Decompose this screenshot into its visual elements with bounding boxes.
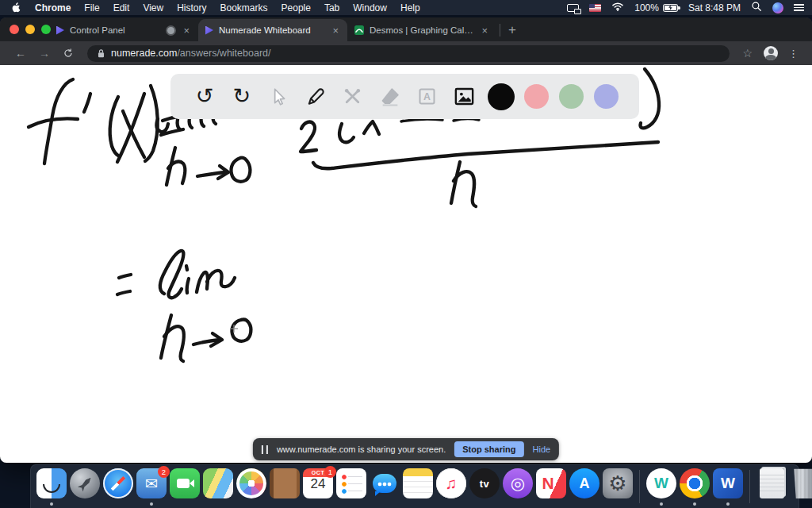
siri-icon[interactable]	[772, 2, 783, 13]
tab-desmos[interactable]: Desmos | Graphing Calculator ×	[347, 19, 496, 41]
dock-item-news[interactable]: N	[535, 468, 567, 505]
appstore-app-icon: A	[569, 468, 599, 498]
tab-close-icon[interactable]: ×	[331, 25, 340, 37]
tab-numerade-whiteboard[interactable]: Numerade Whiteboard ×	[198, 19, 347, 41]
text-tool-glyph: A	[423, 91, 431, 102]
color-swatch-green[interactable]	[559, 84, 584, 109]
battery-status[interactable]: 100%	[634, 2, 678, 13]
menu-item-bookmarks[interactable]: Bookmarks	[220, 2, 268, 13]
screen-mirroring-icon[interactable]	[567, 4, 579, 12]
running-indicator	[693, 502, 696, 506]
dock-item-messages[interactable]	[369, 468, 400, 505]
stop-sharing-button[interactable]: Stop sharing	[454, 441, 523, 457]
messages-app-icon	[370, 468, 400, 498]
dock-item-contacts[interactable]	[269, 468, 301, 505]
menu-item-tab[interactable]: Tab	[324, 2, 339, 13]
spotlight-search-icon[interactable]	[751, 1, 762, 14]
apple-logo-icon[interactable]	[11, 2, 21, 13]
menu-item-view[interactable]: View	[143, 2, 163, 13]
running-indicator	[726, 502, 730, 506]
redo-button[interactable]: ↻	[228, 83, 255, 110]
tab-strip: Control Panel × Numerade Whiteboard × De…	[0, 17, 812, 41]
menu-clock[interactable]: Sat 8:48 PM	[688, 2, 741, 13]
safari-app-icon	[103, 468, 133, 498]
dock-item-safari[interactable]	[102, 468, 134, 505]
eraser-tool[interactable]	[377, 83, 404, 110]
whiteboard-canvas[interactable]: ↺ ↻ A	[0, 65, 812, 463]
numerade-app-icon: W	[646, 468, 676, 498]
dock-item-podcasts[interactable]: ◎	[502, 468, 534, 505]
menu-item-window[interactable]: Window	[353, 2, 387, 13]
pen-tool[interactable]	[302, 83, 329, 110]
dock-item-launchpad[interactable]	[69, 468, 101, 505]
notes-app-icon	[403, 468, 433, 498]
close-window-button[interactable]	[10, 25, 19, 34]
facetime-app-icon	[170, 468, 200, 498]
menu-items: FileEditViewHistoryBookmarksPeopleTabWin…	[84, 2, 419, 13]
dock-item-finder[interactable]	[36, 468, 67, 505]
charging-bolt-icon	[668, 5, 673, 10]
forward-button[interactable]: →	[33, 48, 56, 59]
new-tab-button[interactable]: +	[504, 22, 524, 41]
dock-item-facetime[interactable]	[169, 468, 201, 505]
wifi-icon[interactable]	[611, 2, 624, 13]
browser-menu-icon[interactable]: ⋮	[784, 48, 802, 60]
color-swatch-purple[interactable]	[594, 84, 619, 109]
menu-item-people[interactable]: People	[282, 2, 311, 13]
color-swatch-pink[interactable]	[524, 84, 549, 109]
menu-item-history[interactable]: History	[177, 2, 206, 13]
menu-item-help[interactable]: Help	[400, 2, 420, 13]
text-tool[interactable]: A	[413, 83, 440, 110]
address-bar[interactable]: numerade.com/answers/whiteboard/	[87, 45, 730, 62]
appletv-app-icon: tv	[469, 468, 500, 498]
screen-share-bar: www.numerade.com is sharing your screen.…	[253, 438, 559, 460]
dock-item-notes[interactable]	[402, 468, 434, 505]
back-button[interactable]: ←	[10, 48, 32, 59]
dock-item-trash[interactable]	[789, 468, 812, 505]
undo-button[interactable]: ↺	[191, 83, 218, 110]
dock-item-maps[interactable]	[202, 468, 234, 505]
dock-item-calendar[interactable]: OCT241	[302, 468, 334, 505]
zoom-window-button[interactable]	[41, 25, 51, 34]
hide-share-bar-link[interactable]: Hide	[532, 444, 550, 454]
dock-item-music[interactable]: ♫	[435, 468, 467, 505]
select-cursor-tool[interactable]	[265, 83, 292, 110]
tab-close-icon[interactable]: ×	[480, 25, 489, 37]
running-indicator	[150, 502, 153, 506]
menu-item-file[interactable]: File	[84, 2, 99, 13]
notification-badge: 1	[324, 466, 336, 478]
running-indicator	[660, 502, 663, 506]
notification-center-icon[interactable]	[794, 4, 804, 11]
bookmark-star-icon[interactable]: ☆	[737, 47, 757, 60]
minimize-window-button[interactable]	[25, 25, 35, 34]
dock-item-appstore[interactable]: A	[569, 468, 600, 505]
insert-image-tool[interactable]	[450, 83, 477, 110]
handwriting-svg	[0, 65, 812, 463]
dock-item-mail[interactable]: ✉2	[136, 468, 167, 505]
browser-window: Control Panel × Numerade Whiteboard × De…	[0, 17, 812, 463]
maps-app-icon	[203, 468, 233, 498]
reload-button[interactable]	[57, 48, 79, 59]
shapes-tools-tool[interactable]	[339, 83, 366, 110]
reminders-app-icon	[336, 468, 366, 498]
profile-avatar[interactable]	[764, 46, 778, 60]
color-swatch-black[interactable]	[488, 83, 515, 110]
tab-control-panel[interactable]: Control Panel ×	[49, 19, 198, 41]
dock-item-reminders[interactable]	[335, 468, 367, 505]
dock-item-sysprefs[interactable]: ⚙	[602, 468, 634, 505]
chrome-app-icon	[680, 468, 710, 498]
input-language-flag-icon[interactable]	[589, 4, 601, 12]
tab-close-icon[interactable]: ×	[182, 25, 191, 37]
macos-menu-bar: Chrome FileEditViewHistoryBookmarksPeopl…	[0, 0, 812, 15]
share-message: www.numerade.com is sharing your screen.	[277, 444, 446, 454]
news-app-icon: N	[536, 468, 566, 498]
dock-item-appletv[interactable]: tv	[469, 468, 500, 505]
dock-item-numerade[interactable]: W	[645, 468, 677, 505]
dock-item-word[interactable]: W	[712, 468, 744, 505]
dock-item-chrome[interactable]	[679, 468, 710, 505]
menu-app-name[interactable]: Chrome	[35, 2, 71, 13]
running-indicator	[50, 502, 53, 506]
dock-item-documents[interactable]	[756, 468, 787, 505]
menu-item-edit[interactable]: Edit	[113, 2, 130, 13]
dock-item-photos[interactable]	[236, 468, 267, 505]
